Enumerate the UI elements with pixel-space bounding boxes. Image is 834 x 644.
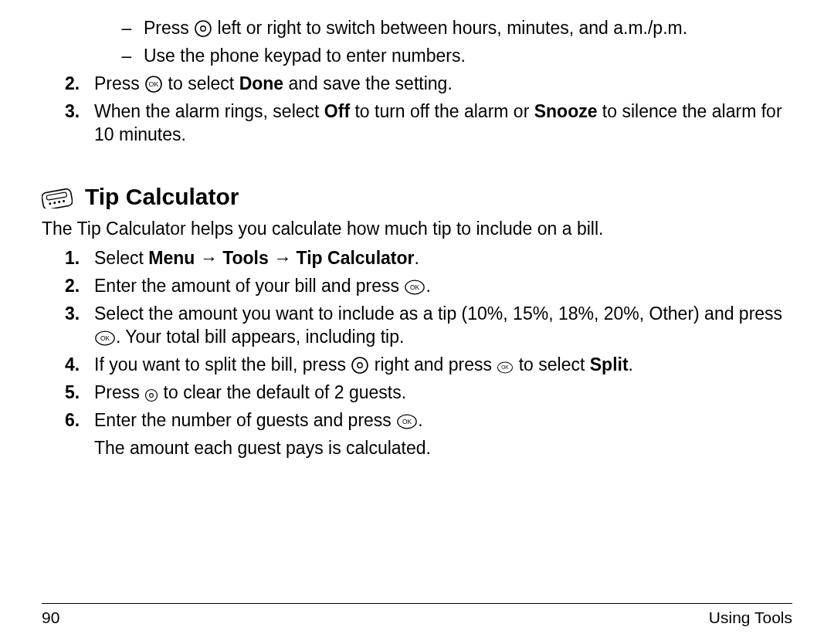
bold-text: Off [324, 101, 350, 121]
tip-step-list: 1.Select Menu → Tools → Tip Calculator.2… [42, 247, 792, 459]
step-number: 5. [65, 381, 94, 405]
step-text: If you want to split the bill, press rig… [94, 354, 792, 377]
step-number: 1. [65, 247, 94, 270]
step-item: 3.When the alarm rings, select Off to tu… [65, 100, 792, 147]
step-item: 5.Press to clear the default of 2 guests… [65, 381, 792, 405]
sub-bullet-list: –Press left or right to switch between h… [42, 17, 792, 68]
bold-text: Done [239, 73, 284, 93]
section-heading: Tip Calculator [42, 181, 792, 212]
step-text: Press to clear the default of 2 guests. [94, 381, 792, 405]
step-after-text: The amount each guest pays is calculated… [94, 437, 792, 460]
step-after: The amount each guest pays is calculated… [65, 437, 792, 460]
bold-text: Tip Calculator [297, 248, 415, 268]
step-text: Select Menu → Tools → Tip Calculator. [94, 247, 792, 270]
sub-bullet-text: Use the phone keypad to enter numbers. [144, 45, 792, 68]
ok-oval-icon [404, 279, 425, 296]
sub-bullet-text: Press left or right to switch between ho… [144, 17, 792, 40]
step-item: 2.Press to select Done and save the sett… [65, 73, 792, 96]
step-number: 3. [65, 100, 94, 147]
document-page: –Press left or right to switch between h… [0, 0, 834, 459]
step-item: 1.Select Menu → Tools → Tip Calculator. [65, 247, 792, 270]
footer-section: Using Tools [709, 608, 792, 627]
step-number: 3. [65, 303, 94, 349]
page-footer: 90 Using Tools [42, 603, 792, 627]
page-number: 90 [42, 608, 59, 627]
section-intro: The Tip Calculator helps you calculate h… [42, 218, 792, 241]
ok-oval-icon [396, 413, 418, 430]
step-item: 2.Enter the amount of your bill and pres… [65, 275, 792, 298]
calculator-icon [42, 185, 73, 208]
step-number: 2. [65, 275, 94, 298]
bold-text: Snooze [534, 101, 598, 121]
dash-marker: – [110, 45, 144, 68]
nav-ring-icon [194, 19, 212, 38]
step-item: 4.If you want to split the bill, press r… [65, 354, 792, 377]
step-text: Select the amount you want to include as… [94, 303, 792, 349]
bold-text: Menu [148, 248, 195, 268]
ok-oval-icon [94, 330, 116, 347]
step-number: 2. [65, 73, 94, 96]
step-item: 3.Select the amount you want to include … [65, 303, 792, 349]
arrow-icon: → [200, 248, 218, 268]
step-item: 6.Enter the number of guests and press . [65, 409, 792, 432]
sub-bullet: –Press left or right to switch between h… [110, 17, 792, 40]
nav-ring-sm-icon [144, 388, 158, 402]
dash-marker: – [110, 17, 144, 40]
bold-text: Split [590, 354, 629, 375]
top-step-list: 2.Press to select Done and save the sett… [42, 73, 792, 147]
arrow-icon: → [273, 248, 291, 268]
sub-bullet: –Use the phone keypad to enter numbers. [110, 45, 792, 68]
bold-text: Tools [222, 248, 269, 268]
ok-circle-sm-icon [144, 75, 163, 93]
nav-ring-icon [351, 356, 369, 375]
step-text: Enter the number of guests and press . [94, 409, 792, 432]
step-number: 6. [65, 409, 94, 432]
step-text: When the alarm rings, select Off to turn… [94, 100, 792, 147]
step-text: Enter the amount of your bill and press … [94, 275, 792, 298]
section-heading-text: Tip Calculator [85, 181, 239, 212]
step-text: Press to select Done and save the settin… [94, 73, 792, 96]
ok-oval-sm-icon [497, 361, 514, 375]
step-number: 4. [65, 354, 94, 377]
